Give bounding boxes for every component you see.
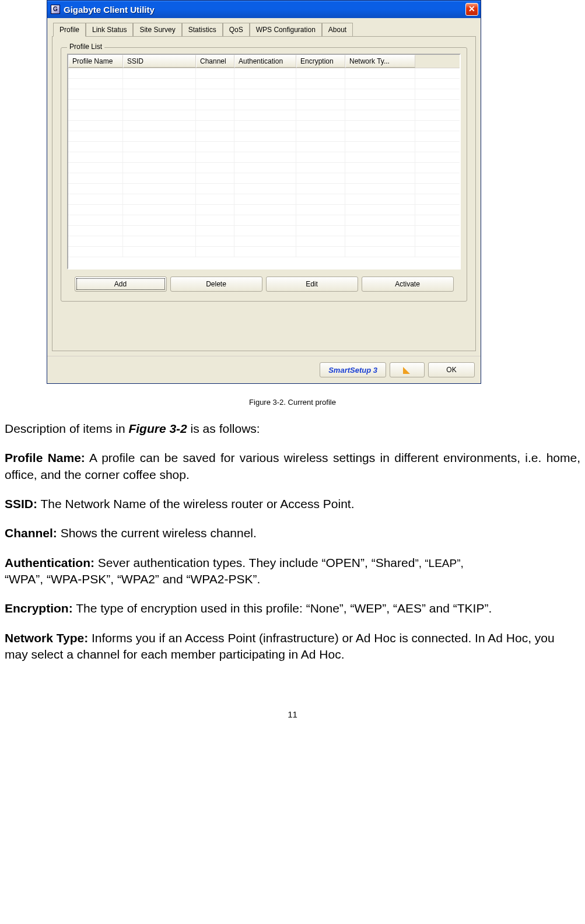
table-cell [345,226,415,236]
table-cell [68,163,123,173]
bottombar: SmartSetup 3 OK [47,356,481,383]
table-cell [68,89,123,99]
table-cell [123,131,196,141]
desc-item: Network Type: Informs you if an Access P… [5,630,580,663]
table-row[interactable] [68,131,460,142]
desc-term: Channel: [5,526,57,540]
table-cell [68,142,123,152]
table-cell [196,247,234,257]
table-row[interactable] [68,163,460,173]
desc-text: The Network Name of the wireless router … [37,497,355,510]
wireless-icon-button[interactable] [390,362,425,377]
table-cell [296,79,345,89]
desc-term: Encryption: [5,601,73,615]
table-cell [234,142,296,152]
table-cell [345,110,415,120]
activate-button[interactable]: Activate [362,276,454,292]
table-cell [345,152,415,162]
table-cell [296,131,345,141]
table-row[interactable] [68,194,460,205]
listview-body[interactable] [68,68,460,257]
ok-button[interactable]: OK [428,362,475,377]
table-cell [123,236,196,246]
table-cell [68,194,123,204]
table-cell [296,215,345,225]
table-cell [296,173,345,183]
table-cell [196,100,234,110]
tab-qos[interactable]: QoS [223,23,250,37]
table-cell [345,89,415,99]
desc-term: Network Type: [5,631,88,645]
smartsetup-button[interactable]: SmartSetup 3 [320,362,386,377]
table-cell [234,89,296,99]
table-cell [234,173,296,183]
table-cell [234,79,296,89]
table-row[interactable] [68,142,460,152]
app-icon: G [51,5,60,14]
table-cell [234,194,296,204]
desc-item: Authentication: Sever authentication typ… [5,555,580,588]
table-row[interactable] [68,121,460,131]
table-cell [234,163,296,173]
column-header-authentication[interactable]: Authentication [234,55,296,68]
table-cell [345,173,415,183]
column-header-ssid[interactable]: SSID [123,55,196,68]
table-cell [296,142,345,152]
tab-about[interactable]: About [322,23,353,37]
table-cell [296,100,345,110]
table-row[interactable] [68,247,460,257]
table-row[interactable] [68,184,460,194]
table-cell [123,142,196,152]
table-cell [123,110,196,120]
table-row[interactable] [68,173,460,184]
table-cell [68,247,123,257]
tab-statistics[interactable]: Statistics [182,23,223,37]
table-row[interactable] [68,79,460,89]
close-icon[interactable]: ✕ [465,3,478,16]
desc-text: Shows the current wireless channel. [57,526,257,540]
table-cell [345,68,415,78]
table-cell [123,205,196,215]
table-cell [234,236,296,246]
table-row[interactable] [68,236,460,247]
column-header-encryption[interactable]: Encryption [296,55,345,68]
add-button[interactable]: Add [75,276,167,292]
tab-profile[interactable]: Profile [53,23,86,37]
table-cell [68,100,123,110]
delete-button[interactable]: Delete [170,276,262,292]
table-row[interactable] [68,68,460,79]
table-cell [234,215,296,225]
desc-term: Profile Name: [5,451,85,464]
wifi-icon [403,366,411,374]
column-header-network-ty-[interactable]: Network Ty... [345,55,415,68]
table-row[interactable] [68,152,460,163]
titlebar[interactable]: G Gigabyte Client Utility ✕ [47,1,481,18]
table-row[interactable] [68,205,460,215]
edit-button[interactable]: Edit [266,276,358,292]
intro-figref: Figure 3-2 [128,422,187,435]
tab-link-status[interactable]: Link Status [86,23,133,37]
table-row[interactable] [68,110,460,121]
table-cell [296,152,345,162]
column-header-channel[interactable]: Channel [196,55,234,68]
table-row[interactable] [68,215,460,226]
profile-listview[interactable]: Profile NameSSIDChannelAuthenticationEnc… [67,54,461,270]
desc-text-small: ”, “LEAP”, [415,557,463,569]
table-cell [345,215,415,225]
desc-text: The type of encryption used in this prof… [73,601,492,615]
table-cell [296,247,345,257]
table-cell [68,173,123,183]
table-cell [345,247,415,257]
intro-b: is as follows: [187,422,260,435]
table-row[interactable] [68,226,460,236]
tab-site-survey[interactable]: Site Survey [133,23,181,37]
table-row[interactable] [68,100,460,110]
tab-wps-configuration[interactable]: WPS Configuration [250,23,322,37]
table-cell [196,163,234,173]
table-row[interactable] [68,89,460,100]
table-cell [123,68,196,78]
figure-caption: Figure 3-2. Current profile [0,398,585,407]
column-header-profile-name[interactable]: Profile Name [68,55,123,68]
table-cell [296,110,345,120]
table-cell [345,163,415,173]
